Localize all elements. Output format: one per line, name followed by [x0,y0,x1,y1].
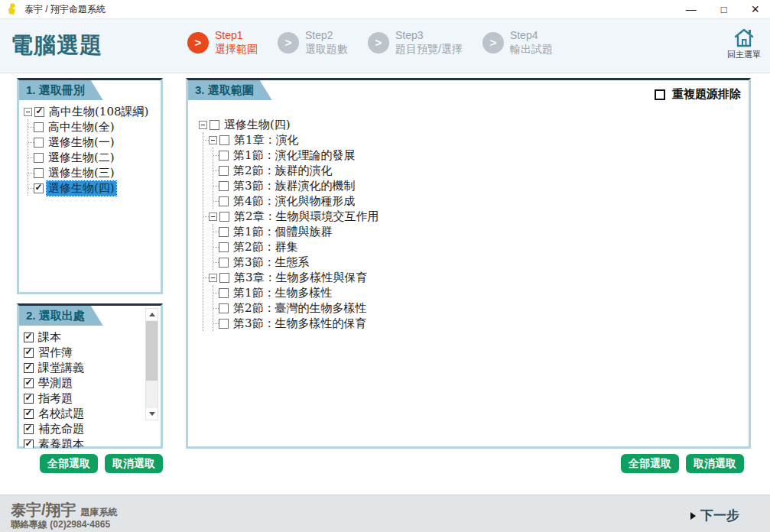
scroll-down-arrow-icon[interactable] [146,408,158,420]
source-item-label[interactable]: 課本 [38,330,61,345]
source-checkbox[interactable] [24,424,34,434]
scope-buttons: 全部選取 取消選取 [621,454,744,473]
source-item: 課本 [24,329,145,345]
tree-checkbox[interactable] [219,258,229,268]
tree-node-label[interactable]: 第3章：生物多樣性與保育 [232,271,369,285]
tree-checkbox[interactable] [34,122,44,132]
app-header: 電腦選題 >Step1選擇範圍>Step2選取題數>Step3題目預覽/選擇>S… [0,18,770,73]
next-arrow-icon [690,512,696,520]
tree-checkbox[interactable] [219,273,229,283]
tree-collapse-toggle[interactable] [24,108,32,116]
home-label: 回主選單 [727,49,761,60]
tree-line [213,293,219,294]
tree-collapse-toggle[interactable] [209,274,217,282]
tree-checkbox[interactable] [34,153,44,163]
tree-checkbox[interactable] [219,303,229,313]
close-button[interactable]: × [751,2,759,16]
tree-collapse-toggle[interactable] [209,212,217,221]
source-item-label[interactable]: 素養題本 [38,437,84,449]
tree-checkbox[interactable] [219,227,229,237]
source-item-label[interactable]: 習作簿 [38,345,73,360]
home-button[interactable]: 回主選單 [727,27,761,60]
dedupe-checkbox[interactable] [655,89,665,100]
tree-checkbox[interactable] [34,168,44,178]
tree-node-label[interactable]: 高中生物(108課綱) [47,105,150,119]
tree-checkbox[interactable] [219,242,229,252]
source-checkbox[interactable] [24,409,34,419]
tree-node-label[interactable]: 第3節：生物多樣性的保育 [232,316,369,331]
tree-node-label[interactable]: 第1節：演化理論的發展 [232,148,357,163]
source-item: 學測題 [24,375,145,391]
source-checkbox[interactable] [24,348,34,358]
page-title: 電腦選題 [11,31,102,61]
book-tree: 高中生物(108課綱)高中生物(全)選修生物(一)選修生物(二)選修生物(三)選… [19,100,161,197]
tree-node-label[interactable]: 第2節：族群的演化 [232,164,334,178]
scroll-up-arrow-icon[interactable] [146,309,158,320]
next-step-label: 下一步 [700,507,739,524]
source-checkbox[interactable] [24,378,34,388]
scope-select-all-button[interactable]: 全部選取 [621,454,679,473]
tree-checkbox[interactable] [34,107,44,117]
tree-node-label[interactable]: 第3節：生態系 [232,255,311,270]
tree-line [28,142,34,143]
tree-checkbox[interactable] [219,212,229,222]
tree-node-label[interactable]: 高中生物(全) [47,120,116,135]
tree-collapse-toggle[interactable] [199,121,207,129]
source-checkbox[interactable] [24,363,34,373]
source-item-label[interactable]: 課堂講義 [38,361,84,375]
tree-node-label[interactable]: 第1節：生物多樣性 [232,286,334,300]
tree-checkbox[interactable] [219,151,229,161]
tree-line [213,232,219,232]
source-item-label[interactable]: 指考題 [38,391,73,406]
tree-node-label[interactable]: 選修生物(二) [47,151,116,165]
maximize-button[interactable]: □ [721,5,727,15]
panel-book-select-title: 1. 選取冊別 [19,80,103,100]
tree-row: 選修生物(三) [28,165,159,180]
source-buttons: 全部選取 取消選取 [17,454,163,473]
source-item-label[interactable]: 名校試題 [38,407,84,421]
tree-checkbox[interactable] [219,288,229,298]
tree-line [203,216,209,217]
minimize-button[interactable]: — [686,4,697,15]
source-checkbox[interactable] [24,440,34,449]
footer-brand: 泰宇/翔宇 題庫系統 [11,500,118,521]
next-step-button[interactable]: 下一步 [690,507,739,524]
tree-line [213,247,219,248]
source-list-scrollbar[interactable] [145,308,158,420]
tree-node-label[interactable]: 選修生物(一) [47,135,116,150]
source-checkbox[interactable] [24,332,34,342]
tree-checkbox[interactable] [34,183,44,193]
tree-node-label[interactable]: 第1章：演化 [232,133,301,148]
tree-checkbox[interactable] [219,135,229,145]
tree-node-label[interactable]: 第2節：臺灣的生物多樣性 [232,301,369,316]
tree-row: 第1節：演化理論的發展 [213,148,747,163]
tree-node-label[interactable]: 第3節：族群演化的機制 [232,179,357,193]
scrollbar-thumb[interactable] [146,321,158,381]
tree-collapse-toggle[interactable] [209,136,217,144]
titlebar: 泰宇 / 翔宇命題系統 — □ × [0,0,770,18]
tree-node-label[interactable]: 第2節：群集 [232,240,300,255]
home-icon [733,27,755,48]
step-arrow-icon: > [368,32,389,54]
source-select-all-button[interactable]: 全部選取 [40,454,98,473]
tree-checkbox[interactable] [219,319,229,329]
tree-checkbox[interactable] [210,120,219,130]
tree-checkbox[interactable] [34,138,44,148]
source-deselect-all-button[interactable]: 取消選取 [105,454,163,473]
tree-checkbox[interactable] [219,196,229,206]
source-item-label[interactable]: 學測題 [38,376,73,391]
scope-deselect-all-button[interactable]: 取消選取 [686,454,744,473]
source-item: 名校試題 [24,406,145,421]
tree-node-label[interactable]: 第4節：演化與物種形成 [232,194,357,209]
tree-node-label[interactable]: 選修生物(四) [47,181,116,196]
tree-node-label[interactable]: 第1節：個體與族群 [232,225,334,239]
source-checkbox[interactable] [24,394,34,404]
source-item-label[interactable]: 補充命題 [38,422,84,436]
tree-row: 第1節：個體與族群 [213,224,747,239]
tree-checkbox[interactable] [219,166,229,176]
tree-node-label[interactable]: 選修生物(三) [47,166,116,180]
tree-row: 高中生物(108課綱) [24,104,159,119]
tree-node-label[interactable]: 第2章：生物與環境交互作用 [232,209,381,224]
tree-node-label[interactable]: 選修生物(四) [223,118,292,132]
tree-checkbox[interactable] [219,181,229,191]
